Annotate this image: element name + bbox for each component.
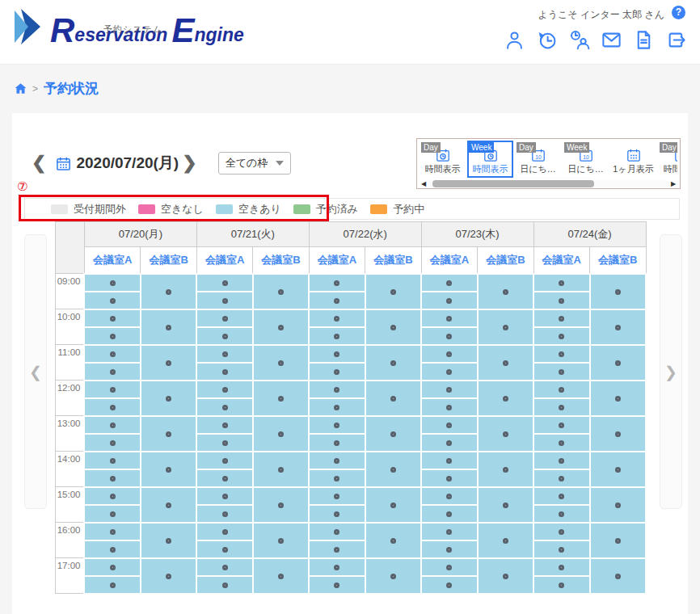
view-day-time[interactable]: Day 時間表示 bbox=[420, 141, 466, 178]
slot-cell[interactable] bbox=[590, 416, 646, 452]
document-icon[interactable] bbox=[633, 29, 655, 51]
slot-cell[interactable] bbox=[533, 398, 589, 416]
slot-cell[interactable] bbox=[421, 381, 477, 398]
slot-cell[interactable] bbox=[421, 309, 477, 327]
user-schedule-icon[interactable] bbox=[568, 29, 590, 51]
slot-cell[interactable] bbox=[309, 505, 365, 523]
slot-cell[interactable] bbox=[253, 452, 309, 487]
slot-cell[interactable] bbox=[84, 327, 140, 345]
slot-cell[interactable] bbox=[365, 523, 421, 558]
slot-cell[interactable] bbox=[84, 558, 140, 576]
slot-cell[interactable] bbox=[309, 274, 365, 292]
slot-cell[interactable] bbox=[196, 309, 252, 327]
slot-cell[interactable] bbox=[365, 274, 421, 309]
profile-icon[interactable] bbox=[504, 29, 525, 51]
room-link[interactable]: 会議室B bbox=[478, 247, 533, 274]
slot-cell[interactable] bbox=[478, 309, 533, 345]
slot-cell[interactable] bbox=[196, 345, 252, 363]
slot-cell[interactable] bbox=[421, 398, 477, 416]
slot-cell[interactable] bbox=[309, 576, 365, 594]
slot-cell[interactable] bbox=[196, 398, 252, 416]
slot-cell[interactable] bbox=[309, 540, 365, 558]
slot-cell[interactable] bbox=[421, 274, 477, 292]
slot-cell[interactable] bbox=[196, 274, 252, 292]
slot-cell[interactable] bbox=[421, 469, 477, 487]
room-link[interactable]: 会議室A bbox=[84, 247, 140, 274]
slot-cell[interactable] bbox=[309, 345, 365, 363]
slot-cell[interactable] bbox=[84, 487, 140, 505]
slot-cell[interactable] bbox=[84, 416, 140, 434]
scrollbar-thumb[interactable] bbox=[432, 180, 594, 187]
slot-cell[interactable] bbox=[253, 309, 309, 345]
slot-cell[interactable] bbox=[196, 452, 252, 469]
room-link[interactable]: 会議室B bbox=[253, 247, 309, 274]
slot-cell[interactable] bbox=[478, 345, 533, 381]
room-link[interactable]: 会議室A bbox=[421, 247, 477, 274]
slot-cell[interactable] bbox=[309, 292, 365, 309]
slot-cell[interactable] bbox=[421, 363, 477, 381]
slot-cell[interactable] bbox=[141, 309, 196, 345]
slot-cell[interactable] bbox=[365, 558, 421, 594]
slot-cell[interactable] bbox=[84, 523, 140, 540]
slot-cell[interactable] bbox=[309, 309, 365, 327]
slot-cell[interactable] bbox=[421, 416, 477, 434]
slot-cell[interactable] bbox=[421, 452, 477, 469]
slot-cell[interactable] bbox=[533, 469, 589, 487]
slot-cell[interactable] bbox=[533, 434, 589, 452]
slot-cell[interactable] bbox=[590, 381, 646, 416]
slot-cell[interactable] bbox=[84, 345, 140, 363]
slot-cell[interactable] bbox=[365, 487, 421, 523]
slot-cell[interactable] bbox=[196, 381, 252, 398]
slot-cell[interactable] bbox=[533, 487, 589, 505]
slot-cell[interactable] bbox=[196, 416, 252, 434]
slot-cell[interactable] bbox=[84, 363, 140, 381]
slot-cell[interactable] bbox=[590, 309, 646, 345]
history-clock-icon[interactable] bbox=[536, 29, 558, 51]
slot-cell[interactable] bbox=[533, 292, 589, 309]
slot-cell[interactable] bbox=[196, 558, 252, 576]
slot-cell[interactable] bbox=[84, 452, 140, 469]
slot-cell[interactable] bbox=[253, 487, 309, 523]
view-month[interactable]: 1ヶ月表示 bbox=[610, 141, 656, 178]
slot-cell[interactable] bbox=[478, 558, 533, 594]
page-title[interactable]: 予約状況 bbox=[44, 79, 99, 98]
slot-cell[interactable] bbox=[141, 381, 196, 416]
view-day-date[interactable]: Day 10 日にち… bbox=[515, 141, 561, 178]
slot-cell[interactable] bbox=[196, 469, 252, 487]
slot-cell[interactable] bbox=[533, 523, 589, 540]
slot-cell[interactable] bbox=[309, 487, 365, 505]
slot-cell[interactable] bbox=[196, 523, 252, 540]
slot-cell[interactable] bbox=[309, 469, 365, 487]
slot-cell[interactable] bbox=[533, 505, 589, 523]
next-date-button[interactable]: ❯ bbox=[179, 153, 200, 174]
view-day-time-2[interactable]: Day 時間表示 bbox=[658, 141, 677, 178]
slot-cell[interactable] bbox=[253, 381, 309, 416]
slot-cell[interactable] bbox=[141, 416, 196, 452]
slot-cell[interactable] bbox=[253, 416, 309, 452]
slot-cell[interactable] bbox=[421, 558, 477, 576]
slot-cell[interactable] bbox=[590, 452, 646, 487]
slot-cell[interactable] bbox=[533, 363, 589, 381]
help-icon[interactable]: ? bbox=[672, 6, 685, 19]
slot-cell[interactable] bbox=[478, 487, 533, 523]
slot-cell[interactable] bbox=[84, 434, 140, 452]
slot-cell[interactable] bbox=[421, 345, 477, 363]
slot-cell[interactable] bbox=[533, 416, 589, 434]
slot-cell[interactable] bbox=[309, 363, 365, 381]
slot-cell[interactable] bbox=[196, 487, 252, 505]
view-week-time[interactable]: Week 時間表示 bbox=[467, 141, 513, 178]
slot-cell[interactable] bbox=[196, 363, 252, 381]
room-link[interactable]: 会議室A bbox=[309, 247, 365, 274]
slot-cell[interactable] bbox=[141, 558, 196, 594]
slot-cell[interactable] bbox=[84, 469, 140, 487]
app-logo[interactable]: 予約システム ReservationEngine bbox=[15, 8, 244, 45]
slot-cell[interactable] bbox=[196, 576, 252, 594]
slot-cell[interactable] bbox=[84, 398, 140, 416]
slot-cell[interactable] bbox=[309, 523, 365, 540]
slot-cell[interactable] bbox=[365, 452, 421, 487]
view-week-date[interactable]: Week 10 日にち… bbox=[563, 141, 609, 178]
slot-cell[interactable] bbox=[533, 345, 589, 363]
slot-cell[interactable] bbox=[141, 452, 196, 487]
slot-cell[interactable] bbox=[309, 434, 365, 452]
slot-cell[interactable] bbox=[253, 523, 309, 558]
